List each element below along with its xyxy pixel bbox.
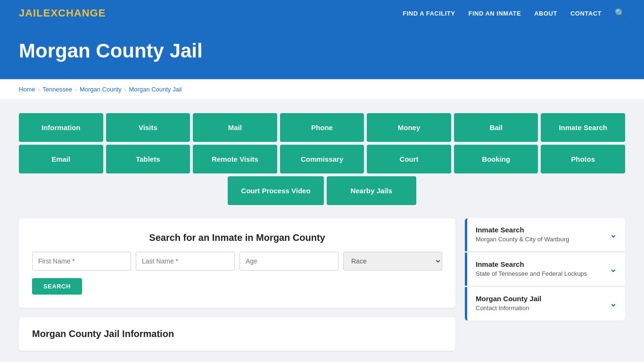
tile-grid-row3: Court Process Video Nearby Jails <box>19 176 625 205</box>
main-content: Information Visits Mail Phone Money Bail… <box>0 100 644 362</box>
breadcrumb: Home › Tennessee › Morgan County › Morga… <box>19 86 625 93</box>
breadcrumb-bar: Home › Tennessee › Morgan County › Morga… <box>0 79 644 100</box>
inmate-search-box: Search for an Inmate in Morgan County Ra… <box>19 218 455 308</box>
main-nav: FIND A FACILITY FIND AN INMATE ABOUT CON… <box>403 8 625 18</box>
tile-nearby-jails[interactable]: Nearby Jails <box>327 176 416 205</box>
logo-jail: JAIL <box>19 7 43 19</box>
logo-exchange-x: E <box>43 7 51 19</box>
tile-information[interactable]: Information <box>19 113 103 142</box>
nav-contact[interactable]: CONTACT <box>570 10 602 17</box>
tile-grid-row1: Information Visits Mail Phone Money Bail… <box>19 113 625 142</box>
site-logo[interactable]: JAILEXCHANGE <box>19 7 106 19</box>
nav-find-facility[interactable]: FIND A FACILITY <box>403 10 455 17</box>
race-select[interactable]: Race <box>343 252 442 271</box>
search-inputs: Race <box>32 252 442 271</box>
sidebar-card-2[interactable]: Inmate Search State of Tennessee and Fed… <box>465 253 625 286</box>
breadcrumb-county[interactable]: Morgan County <box>80 86 122 93</box>
chevron-icon-2: › <box>75 87 77 92</box>
tile-visits[interactable]: Visits <box>106 113 190 142</box>
sidebar-card-1-title: Inmate Search <box>476 226 569 234</box>
sidebar-card-3-subtitle: Contact Information <box>476 304 541 313</box>
sidebar-card-2-title: Inmate Search <box>476 260 587 268</box>
chevron-down-icon-1: ⌄ <box>610 230 617 240</box>
sidebar-card-3[interactable]: Morgan County Jail Contact Information ⌄ <box>465 287 625 320</box>
tile-booking[interactable]: Booking <box>454 145 538 173</box>
sidebar-card-3-text: Morgan County Jail Contact Information <box>476 295 541 313</box>
tile-mail[interactable]: Mail <box>193 113 277 142</box>
tile-photos[interactable]: Photos <box>541 145 625 173</box>
chevron-icon-3: › <box>124 87 126 92</box>
age-input[interactable] <box>239 252 339 271</box>
breadcrumb-home[interactable]: Home <box>19 86 35 93</box>
tile-court-process-video[interactable]: Court Process Video <box>228 176 323 205</box>
first-name-input[interactable] <box>32 252 131 271</box>
site-header: JAILEXCHANGE FIND A FACILITY FIND AN INM… <box>0 0 644 26</box>
sidebar-card-3-title: Morgan County Jail <box>476 295 541 303</box>
content-area: Search for an Inmate in Morgan County Ra… <box>19 218 625 351</box>
sidebar-card-1-subtitle: Morgan County & City of Wartburg <box>476 235 569 244</box>
tile-remote-visits[interactable]: Remote Visits <box>193 145 277 173</box>
nav-find-inmate[interactable]: FIND AN INMATE <box>468 10 521 17</box>
sidebar-card-1-text: Inmate Search Morgan County & City of Wa… <box>476 226 569 244</box>
info-title: Morgan County Jail Information <box>32 329 442 339</box>
search-button[interactable]: SEARCH <box>32 278 82 295</box>
sidebar-card-2-text: Inmate Search State of Tennessee and Fed… <box>476 260 587 278</box>
logo-exchange-rest: XCHANGE <box>50 7 106 19</box>
hero-section: Morgan County Jail <box>0 26 644 79</box>
tile-commissary[interactable]: Commissary <box>280 145 364 173</box>
left-panel: Search for an Inmate in Morgan County Ra… <box>19 218 455 351</box>
breadcrumb-state[interactable]: Tennessee <box>42 86 72 93</box>
breadcrumb-current: Morgan County Jail <box>129 86 182 93</box>
right-panel: Inmate Search Morgan County & City of Wa… <box>465 218 625 351</box>
nav-about[interactable]: ABOUT <box>534 10 557 17</box>
tile-email[interactable]: Email <box>19 145 103 173</box>
tile-grid-row2: Email Tablets Remote Visits Commissary C… <box>19 145 625 173</box>
chevron-icon-1: › <box>38 87 40 92</box>
sidebar-card-1[interactable]: Inmate Search Morgan County & City of Wa… <box>465 218 625 251</box>
search-title: Search for an Inmate in Morgan County <box>32 232 442 243</box>
tile-phone[interactable]: Phone <box>280 113 364 142</box>
chevron-down-icon-3: ⌄ <box>610 298 617 309</box>
info-box: Morgan County Jail Information <box>19 317 455 351</box>
last-name-input[interactable] <box>136 252 235 271</box>
sidebar-card-2-subtitle: State of Tennessee and Federal Lockups <box>476 270 587 278</box>
tile-inmate-search[interactable]: Inmate Search <box>541 113 625 142</box>
search-icon-button[interactable]: 🔍 <box>615 8 625 18</box>
tile-money[interactable]: Money <box>367 113 451 142</box>
tile-bail[interactable]: Bail <box>454 113 538 142</box>
chevron-down-icon-2: ⌄ <box>610 264 617 274</box>
page-title: Morgan County Jail <box>19 40 625 62</box>
tile-court[interactable]: Court <box>367 145 451 173</box>
tile-tablets[interactable]: Tablets <box>106 145 190 173</box>
